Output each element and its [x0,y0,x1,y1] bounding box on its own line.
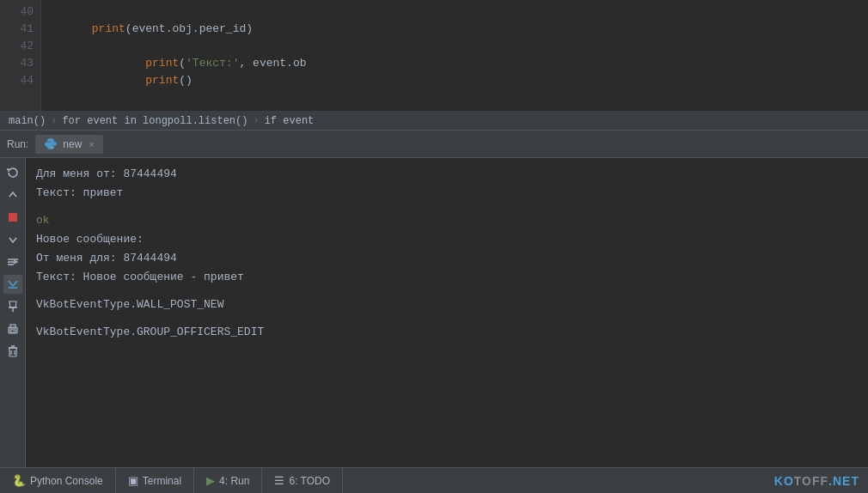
terminal-label: Terminal [143,475,181,487]
svg-point-0 [50,139,52,141]
output-line-5: Новое сообщение: [36,230,858,249]
scroll-up-button[interactable] [3,186,22,204]
code-line-42: print('Текст:', event.ob [52,38,858,55]
scroll-up-icon [8,190,18,200]
soft-wrap-button[interactable] [3,253,22,271]
python-console-label: Python Console [30,475,103,487]
output-line-8 [36,287,858,295]
rerun-button[interactable] [3,163,22,182]
status-bar: 🐍 Python Console ▣ Terminal ▶ 4: Run ☰ 6… [0,467,868,493]
line-num-42: 42 [7,38,34,55]
svg-rect-11 [9,348,16,356]
line-numbers: 40 41 42 43 44 [0,0,41,111]
code-lines: print(event.obj.peer_id) print('Текст:',… [41,0,868,111]
code-line-40: print(event.obj.peer_id) [52,3,858,21]
python-console-tab[interactable]: 🐍 Python Console [0,468,116,493]
scroll-down-button[interactable] [3,230,22,249]
close-tab-button[interactable]: × [89,139,94,149]
run-tab-new[interactable]: new × [35,135,102,154]
run-panel: Для меня от: 87444494 Текст: привет ok Н… [0,158,868,467]
rerun-icon [7,167,19,179]
breadcrumb-main: main() [9,115,46,127]
output-line-9: VkBotEventType.WALL_POST_NEW [36,295,858,314]
stop-button[interactable] [3,208,22,227]
run-label-bottom: 4: Run [219,475,249,487]
pin-button[interactable] [3,297,22,316]
line-num-44: 44 [7,72,34,89]
scroll-down-icon [8,234,18,245]
watermark: KOTOFF.NET [766,468,868,493]
svg-rect-10 [10,330,15,332]
todo-icon: ☰ [274,474,284,487]
output-line-10 [36,314,858,323]
line-num-43: 43 [7,55,34,72]
terminal-tab[interactable]: ▣ Terminal [116,468,194,493]
watermark-net: .NET [828,474,859,488]
output-line-6: От меня для: 87444494 [36,249,858,268]
output-line-1: Для меня от: 87444494 [36,165,858,184]
run-icon: ▶ [206,474,215,487]
pin-icon [8,301,18,313]
soft-wrap-icon [7,257,19,267]
print-button[interactable] [3,320,22,338]
line-num-40: 40 [7,3,34,21]
scroll-to-end-button[interactable] [3,275,22,294]
todo-label: 6: TODO [289,475,330,487]
output-line-3 [36,203,858,211]
output-line-2: Текст: привет [36,184,858,203]
output-line-11: VkBotEventType.GROUP_OFFICERS_EDIT [36,323,858,342]
watermark-toff: TOFF [794,474,828,488]
output-line-4: ok [36,211,858,230]
clear-button[interactable] [3,342,22,361]
watermark-ko: KO [774,474,794,488]
breadcrumb-loop: for event in longpoll.listen() [62,115,248,127]
run-tab-bottom[interactable]: ▶ 4: Run [194,468,262,493]
console-output: Для меня от: 87444494 Текст: привет ok Н… [26,158,868,467]
stop-icon [9,213,17,222]
breadcrumb: main() › for event in longpoll.listen() … [0,112,868,131]
trash-icon [8,345,18,357]
python-console-icon: 🐍 [12,474,26,487]
terminal-icon: ▣ [128,474,138,487]
print-icon [7,324,19,335]
code-editor: 40 41 42 43 44 print(event.obj.peer_id) … [0,0,868,112]
breadcrumb-if: if event [265,115,315,127]
todo-tab[interactable]: ☰ 6: TODO [262,468,343,493]
line-num-41: 41 [7,21,34,38]
python-icon [44,137,58,151]
svg-point-1 [52,146,53,148]
run-label: Run: [7,138,28,150]
run-tab-name: new [63,138,82,150]
scroll-to-end-icon [7,278,19,290]
left-toolbar [0,158,26,467]
output-line-7: Текст: Новое сообщение - привет [36,268,858,287]
run-tab-bar: Run: new × [0,131,868,158]
